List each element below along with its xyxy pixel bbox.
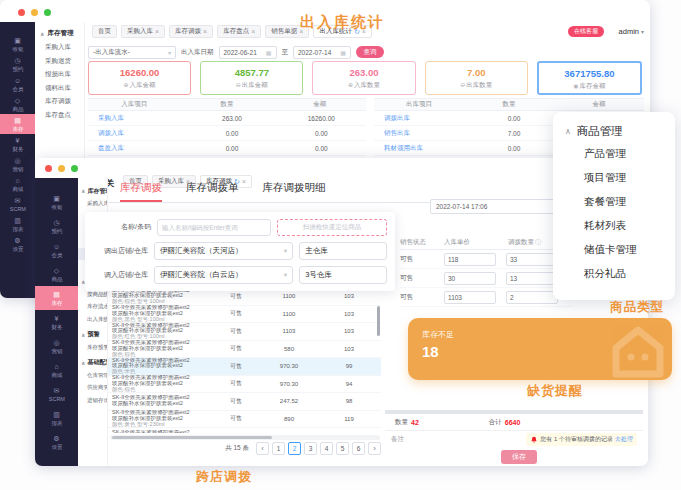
product-row[interactable]: SK-II全效亮采紧致修护面霜ext2玻尿酸补水保湿护肤套装ext2颜色:棕色 … [108,376,381,394]
stat-card[interactable]: 3671755.80 ◉库存金额 [537,61,642,95]
stat-card[interactable]: 16260.00 ⊕入库金额 [88,61,191,95]
item-link[interactable]: 采购入库 [88,114,187,123]
transfer-qty-input[interactable] [506,272,558,285]
close-icon[interactable]: × [251,28,255,35]
module-item[interactable]: ⌂ 商城 [35,358,78,382]
close-window-button[interactable] [18,9,25,16]
module-item[interactable]: ⌂ 商城 [0,174,35,194]
menu-item[interactable]: 耗材列表 [553,214,675,238]
date-to-input[interactable]: 2022-07-14 ▦ [293,46,351,59]
user-menu[interactable]: admin ▾ [619,27,644,36]
nav-item[interactable]: 库存调拨 [35,95,84,109]
product-row[interactable]: SK-II全效亮采紧致修护面霜ext2玻尿酸补水保湿护肤套装ext2颜色:米色 … [108,358,381,376]
product-row[interactable]: SK-II全效亮采紧致修护面霜ext2玻尿酸补水保湿护肤套装ext2颜色:红色 … [108,323,381,341]
horizontal-scrollbar[interactable] [110,435,380,440]
nav-item[interactable]: 供应商管理 [78,382,107,395]
module-item[interactable]: ☺ 会员 [35,238,78,262]
zoom-window-button[interactable] [71,165,78,172]
module-item[interactable]: ◇ 商品 [35,262,78,286]
nav-item[interactable]: 进销存设置 [78,394,107,407]
item-link[interactable]: 销售出库 [374,129,471,138]
module-item[interactable]: ▥ 报表 [35,406,78,430]
item-link[interactable]: 调拨出库 [374,114,471,123]
module-item[interactable]: ◎ 营销 [0,154,35,174]
nav-item[interactable]: ∧ 预警 [78,329,107,342]
nav-item[interactable]: ∧ 基础配置 [78,357,107,370]
menu-item[interactable]: 产品管理 [553,142,675,166]
menu-item[interactable]: 储值卡管理 [553,238,675,262]
nav-item[interactable]: 领料出库 [35,82,84,96]
page-button[interactable]: 1 [272,442,285,455]
name-search-input[interactable] [157,219,271,236]
remark-input[interactable] [408,436,526,443]
save-button[interactable]: 保存 [501,450,537,464]
page-button[interactable]: 3 [304,442,317,455]
product-row[interactable]: SK-II全效亮采紧致修护面霜ext2玻尿酸补水保湿护肤套装ext2 可售 24… [108,393,381,411]
nav-item[interactable]: 库存盘点 [35,109,84,123]
page-button[interactable]: 2 [288,442,301,455]
stat-card[interactable]: 7.00 ⊖出库数量 [425,61,528,95]
item-link[interactable]: 耗材领用出库 [374,144,471,153]
product-row[interactable]: SK-II全效亮采紧致修护面霜ext2玻尿酸补水保湿护肤套装ext2颜色:黑色 … [108,306,381,324]
service-badge[interactable]: 在线客服 [568,26,604,37]
page-button[interactable]: 6 [352,442,365,455]
menu-section-header[interactable]: ∧ 商品管理 [553,120,675,142]
module-item[interactable]: ☺ 会员 [0,74,35,94]
page-button[interactable]: 5 [336,442,349,455]
nav-item[interactable]: 采购入库 [35,41,84,55]
module-item[interactable]: ✉ SCRM [0,194,35,214]
menu-item[interactable]: 项目管理 [553,166,675,190]
tab[interactable]: 库存盘点 ↻ × [217,25,261,38]
out-store-select[interactable]: 伊丽汇美容院（天河店） ▾ [154,242,293,260]
item-link[interactable]: 盘盈入库 [88,144,187,153]
module-item[interactable]: ▣ 收银 [0,34,35,54]
flow-type-select[interactable]: -出入库流水- ▾ [88,46,176,59]
stock-shortage-card[interactable]: 库存不足 18 [408,318,672,380]
nav-item[interactable]: 出入库统计 [78,313,107,326]
menu-item[interactable]: 积分礼品 [553,262,675,286]
close-icon[interactable]: × [203,28,207,35]
tab[interactable]: 库存调拨 ↻ × [169,25,213,38]
module-item[interactable]: ◷ 预约 [0,54,35,74]
search-button[interactable]: 查询 [356,46,384,58]
module-item[interactable]: ⚙ 设置 [0,234,35,254]
nav-item[interactable]: 库存流水 [78,301,107,314]
nav-item[interactable]: 仓库管理 [78,369,107,382]
transfer-qty-input[interactable] [506,253,558,266]
module-item[interactable]: ◷ 预约 [35,214,78,238]
nav-item[interactable]: 报损出库 [35,68,84,82]
in-warehouse-select[interactable]: 3号仓库 [299,266,387,284]
nav-item[interactable]: 库存预警 [78,341,107,354]
tab[interactable]: 首页 ↻ × [92,25,117,38]
subtab[interactable]: 库存调拨明细 [263,181,326,202]
module-item[interactable]: ◎ 营销 [35,334,78,358]
item-link[interactable]: 调拨入库 [88,129,187,138]
unit-price-input[interactable] [444,253,496,266]
minimize-window-button[interactable] [31,9,38,16]
module-item[interactable]: ✉ SCRM [35,382,78,406]
stat-card[interactable]: 4857.77 ⊖出库金额 [200,61,303,95]
module-item[interactable]: ▤ 库存 [0,114,35,134]
zoom-window-button[interactable] [44,9,51,16]
product-row[interactable]: SK-II全效亮采紧致修护面霜ext2玻尿酸补水保湿护肤套装ext2颜色:黄色 … [108,411,381,429]
subtab[interactable]: 库存调拨单 [186,181,239,202]
prev-page-button[interactable]: ‹ [256,442,269,455]
out-warehouse-select[interactable]: 主仓库 [299,242,387,260]
date-from-input[interactable]: 2022-06-21 ▦ [219,46,277,59]
product-row[interactable]: SK-II全效亮采紧致修护面霜ext2玻尿酸补水保湿护肤套装ext2颜色:棕色 … [108,341,381,359]
menu-item[interactable]: 套餐管理 [553,190,675,214]
module-item[interactable]: ¥ 财务 [0,134,35,154]
scrollbar-thumb[interactable] [112,436,272,439]
module-item[interactable]: ⚙ 设置 [35,430,78,454]
unit-price-input[interactable] [444,272,496,285]
nav-section[interactable]: ∧ 库存管理 [35,22,84,41]
vertical-scrollbar-thumb[interactable] [377,306,380,336]
transfer-qty-input[interactable] [506,291,558,304]
close-icon[interactable]: × [155,28,159,35]
datetime-input[interactable] [436,203,546,210]
tab[interactable]: 采购入库 ↻ × [121,25,165,38]
module-item[interactable]: ◇ 商品 [0,94,35,114]
minimize-window-button[interactable] [58,165,65,172]
stat-card[interactable]: 263.00 ⊕入库数量 [312,61,415,95]
page-button[interactable]: 4 [320,442,333,455]
